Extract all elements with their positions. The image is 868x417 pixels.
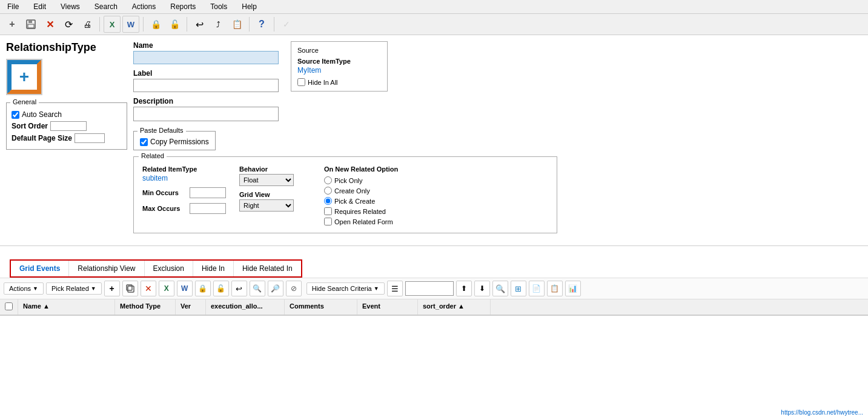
- source-item-type-label: Source ItemType: [297, 58, 381, 65]
- sort-order-input[interactable]: 128: [50, 121, 87, 131]
- sort-asc-button[interactable]: ⬆: [456, 281, 472, 296]
- save-button[interactable]: [22, 16, 39, 33]
- word-button[interactable]: W: [122, 16, 139, 33]
- min-occurs-input[interactable]: [190, 187, 226, 198]
- actions-label: Actions: [9, 285, 31, 292]
- copy-report-button[interactable]: 📄: [529, 281, 545, 296]
- undo-button[interactable]: ↩: [191, 16, 208, 33]
- sort-order-row: Sort Order 128: [12, 121, 122, 131]
- open-related-form-option: Open Related Form: [324, 218, 433, 225]
- right-panel: Name sitme Label sitem Description Paste…: [133, 41, 862, 233]
- min-occurs-row: Min Occurs: [142, 187, 227, 198]
- menu-reports[interactable]: Reports: [168, 1, 198, 12]
- clear-search-button[interactable]: ⊘: [286, 281, 302, 296]
- paste-report-button[interactable]: 📋: [547, 281, 563, 296]
- create-only-radio[interactable]: [324, 187, 332, 195]
- tab-hide-related-in[interactable]: Hide Related In: [234, 261, 301, 276]
- pick-only-label: Pick Only: [334, 177, 362, 184]
- group-button[interactable]: ⊞: [511, 281, 526, 296]
- source-item-type-link[interactable]: MyItem: [297, 66, 321, 75]
- col-sort-order-header[interactable]: sort_order ▲: [418, 299, 491, 315]
- tab-hide-in[interactable]: Hide In: [193, 261, 234, 276]
- pick-only-radio[interactable]: [324, 176, 332, 184]
- main-content: RelationshipType + General Auto Search S…: [0, 35, 868, 239]
- hide-in-all-label: Hide In All: [308, 79, 338, 86]
- word-export-button[interactable]: W: [177, 281, 193, 296]
- tab-exclusion[interactable]: Exclusion: [145, 261, 193, 276]
- delete-item-button[interactable]: ✕: [141, 281, 156, 296]
- related-group-label: Related: [139, 152, 167, 159]
- requires-related-option: Requires Related: [324, 207, 433, 215]
- page-icon-inner: +: [12, 64, 37, 90]
- col-event-header[interactable]: Event: [357, 299, 418, 315]
- label-input[interactable]: sitem: [133, 79, 279, 92]
- undo-item-button[interactable]: ↩: [231, 281, 247, 296]
- select-all-checkbox[interactable]: [5, 302, 13, 310]
- tab-grid-events[interactable]: Grid Events: [11, 261, 69, 276]
- excel-button[interactable]: X: [104, 16, 121, 33]
- add-icon-button[interactable]: +: [104, 281, 120, 296]
- pick-related-label: Pick Related: [51, 285, 89, 292]
- auto-search-checkbox[interactable]: [12, 111, 19, 119]
- description-input[interactable]: [133, 107, 279, 121]
- excel-export-button[interactable]: X: [159, 281, 174, 296]
- sep5: [274, 17, 274, 32]
- menu-views[interactable]: Views: [58, 1, 82, 12]
- svg-rect-1: [28, 20, 32, 23]
- menu-actions[interactable]: Actions: [130, 1, 158, 12]
- hide-search-criteria-button[interactable]: Hide Search Criteria ▼: [306, 282, 385, 295]
- col-method-type-header[interactable]: Method Type: [115, 299, 176, 315]
- search-button[interactable]: 🔍: [250, 281, 265, 296]
- menu-edit[interactable]: Edit: [31, 1, 48, 12]
- tab-relationship-view[interactable]: Relationship View: [69, 261, 144, 276]
- refresh-button[interactable]: ⟳: [60, 16, 77, 33]
- sort-desc-button[interactable]: ⬇: [474, 281, 490, 296]
- unlock-button[interactable]: 🔓: [166, 16, 183, 33]
- col-ver-header[interactable]: Ver: [176, 299, 206, 315]
- lock-button[interactable]: 🔒: [147, 16, 164, 33]
- search-input[interactable]: [405, 281, 454, 296]
- new-button[interactable]: +: [4, 16, 21, 33]
- advanced-search-button[interactable]: 🔎: [268, 281, 283, 296]
- menu-help[interactable]: Help: [239, 1, 259, 12]
- delete-button[interactable]: ✕: [41, 16, 58, 33]
- name-input[interactable]: sitme: [133, 51, 279, 64]
- behavior-label: Behavior: [239, 165, 312, 173]
- hide-in-all-checkbox[interactable]: [297, 78, 305, 86]
- unlock-item-button[interactable]: 🔓: [213, 281, 229, 296]
- print-button[interactable]: 🖨: [79, 16, 96, 33]
- lock-item-button[interactable]: 🔒: [195, 281, 211, 296]
- pick-related-button[interactable]: Pick Related ▼: [46, 282, 102, 295]
- col-execution-header[interactable]: execution_allo...: [206, 299, 285, 315]
- approve-button[interactable]: ✓: [278, 16, 295, 33]
- copy-permissions-checkbox[interactable]: [140, 138, 148, 146]
- copy-button[interactable]: 📋: [228, 16, 245, 33]
- col-comments-header[interactable]: Comments: [285, 299, 357, 315]
- behavior-section: Behavior Float Locked Indented Grid View: [239, 165, 312, 212]
- max-occurs-input[interactable]: [190, 203, 226, 214]
- pick-create-radio[interactable]: [324, 197, 332, 205]
- create-only-label: Create Only: [334, 187, 370, 195]
- related-item-type-link[interactable]: subitem: [142, 174, 168, 182]
- actions-dropdown-button[interactable]: Actions ▼: [4, 282, 44, 295]
- behavior-select[interactable]: Float Locked Indented: [239, 174, 294, 186]
- page-title: RelationshipType: [6, 41, 127, 54]
- summary-button[interactable]: 📊: [565, 281, 581, 296]
- workflow-button[interactable]: ⤴: [210, 16, 227, 33]
- col-name-header[interactable]: Name ▲: [18, 299, 115, 315]
- requires-related-checkbox[interactable]: [324, 207, 332, 215]
- copy-item-button[interactable]: [122, 281, 138, 296]
- menu-tools[interactable]: Tools: [208, 1, 230, 12]
- on-new-section: On New Related Option Pick Only Create O…: [324, 165, 433, 228]
- grid-view-select[interactable]: Right Left Bottom: [239, 199, 294, 212]
- help-button[interactable]: ?: [253, 16, 270, 33]
- menu-search[interactable]: Search: [92, 1, 120, 12]
- grid-view-field: Grid View Right Left Bottom: [239, 191, 312, 212]
- default-page-size-input[interactable]: [75, 133, 105, 143]
- menu-bar: File Edit Views Search Actions Reports T…: [0, 0, 868, 14]
- filter-button[interactable]: 🔍: [492, 281, 508, 296]
- menu-file[interactable]: File: [5, 1, 21, 12]
- paste-defaults-label: Paste Defaults: [137, 127, 186, 134]
- open-related-form-checkbox[interactable]: [324, 218, 332, 225]
- details-view-button[interactable]: ☰: [387, 281, 403, 296]
